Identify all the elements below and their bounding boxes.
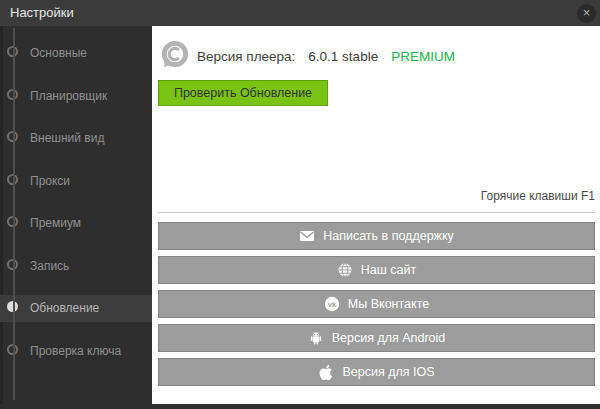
sidebar-item-label: Прокси xyxy=(30,168,70,195)
svg-text:vk: vk xyxy=(328,300,336,309)
sidebar-timeline xyxy=(13,28,15,400)
close-icon: × xyxy=(583,5,591,20)
sidebar-item-label: Обновление xyxy=(30,295,99,322)
sidebar-item-premium[interactable]: Премиум xyxy=(0,210,152,237)
sidebar-item-vneshniy-vid[interactable]: Внешний вид xyxy=(0,125,152,152)
ios-version-button-label: Версия для IOS xyxy=(342,365,434,379)
vk-icon: vk xyxy=(324,296,340,312)
globe-icon xyxy=(337,262,353,278)
version-label: Версия плеера: xyxy=(197,49,295,64)
android-icon xyxy=(308,330,324,346)
version-value: 6.0.1 stable xyxy=(308,49,378,64)
window-bottom-edge xyxy=(0,404,600,409)
close-button[interactable]: × xyxy=(577,4,596,23)
sidebar-item-obnovlenie[interactable]: Обновление xyxy=(0,295,152,322)
sidebar-item-label: Основные xyxy=(30,40,87,67)
sidebar-item-osnovnye[interactable]: Основные xyxy=(0,40,152,67)
support-button[interactable]: Написать в поддержку xyxy=(158,222,595,250)
apple-icon xyxy=(318,364,334,380)
website-button[interactable]: Наш сайт xyxy=(158,256,595,284)
sidebar-item-proksi[interactable]: Прокси xyxy=(0,168,152,195)
website-button-label: Наш сайт xyxy=(361,263,416,277)
sidebar: Основные Планировщик Внешний вид Прокси … xyxy=(0,26,152,404)
update-panel: Версия плеера: 6.0.1 stable PREMIUM Пров… xyxy=(152,26,600,404)
divider xyxy=(158,212,595,213)
sidebar-item-label: Запись xyxy=(30,253,69,280)
android-version-button[interactable]: Версия для Android xyxy=(158,324,595,352)
sidebar-item-planirovschik[interactable]: Планировщик xyxy=(0,83,152,110)
sidebar-item-label: Планировщик xyxy=(30,83,107,110)
vkontakte-button[interactable]: vk Мы Вконтакте xyxy=(158,290,595,318)
android-version-button-label: Версия для Android xyxy=(332,331,446,345)
sidebar-item-label: Проверка ключа xyxy=(30,338,121,365)
sidebar-item-proverka-klyucha[interactable]: Проверка ключа xyxy=(0,338,152,365)
support-button-label: Написать в поддержку xyxy=(323,229,454,243)
hotkeys-label: Горячие клавиши F1 xyxy=(481,189,595,203)
titlebar: Настройки × xyxy=(0,0,600,26)
mail-icon xyxy=(299,228,315,244)
sidebar-item-label: Внешний вид xyxy=(30,125,104,152)
version-line: Версия плеера: 6.0.1 stable PREMIUM xyxy=(197,48,455,65)
vkontakte-button-label: Мы Вконтакте xyxy=(348,297,429,311)
premium-badge: PREMIUM xyxy=(391,49,455,64)
sidebar-item-zapis[interactable]: Запись xyxy=(0,253,152,280)
sidebar-item-label: Премиум xyxy=(30,210,81,237)
player-logo-icon xyxy=(158,39,191,72)
ios-version-button[interactable]: Версия для IOS xyxy=(158,358,595,386)
window-title: Настройки xyxy=(10,0,74,26)
settings-window: Настройки × Основные Планировщик Внешний… xyxy=(0,0,600,409)
check-update-button[interactable]: Проверить Обновление xyxy=(158,80,328,106)
